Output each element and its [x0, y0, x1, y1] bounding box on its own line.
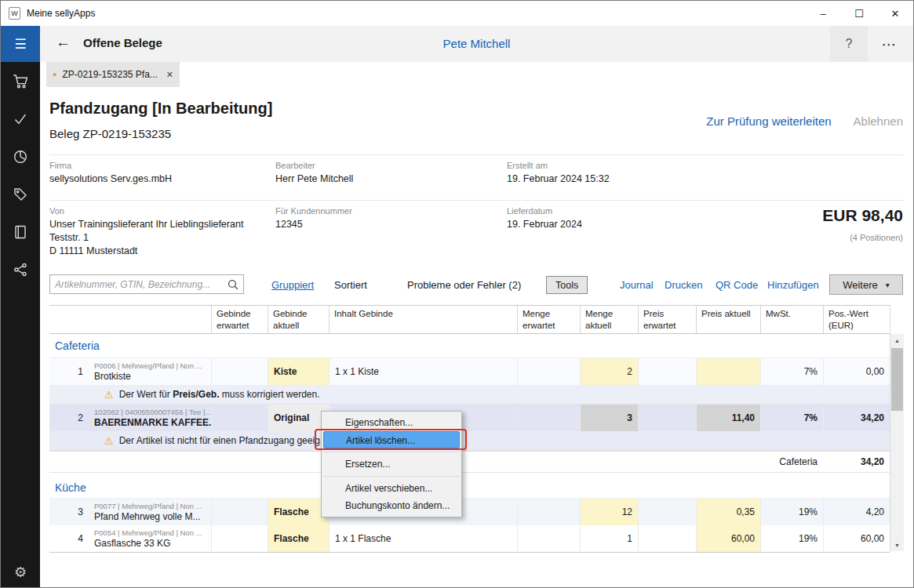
gebinde-aktuell-cell[interactable]: Flasche — [268, 525, 329, 552]
group-header-kueche: Küche — [49, 477, 890, 499]
tab-label: ZP-0219-153235 Pfa... — [62, 69, 160, 80]
scroll-down-icon[interactable]: ▼ — [890, 539, 904, 551]
back-button[interactable]: ← — [56, 34, 71, 51]
reject-link[interactable]: Ablehnen — [854, 114, 903, 128]
document-tab[interactable]: ● ZP-0219-153235 Pfa... ✕ — [46, 62, 180, 87]
share-icon[interactable] — [1, 261, 40, 278]
field-bearbeiter-value: Herr Pete Mitchell — [275, 173, 353, 184]
gebinde-aktuell-cell[interactable]: Flasche — [268, 499, 329, 525]
tab-close-icon[interactable]: ✕ — [166, 70, 173, 80]
field-firma-value: sellysolutions Serv.ges.mbH — [49, 173, 172, 184]
page-header: ← Offene Belege Pete Mitchell ? ⋯ — [40, 26, 913, 62]
gebinde-aktuell-cell: Original — [268, 405, 329, 431]
warning-text: Der Artikel ist nicht für einen Pfandzug… — [119, 435, 328, 446]
gebinde-erwartet-cell — [211, 405, 268, 431]
article-cell: 102082 | 04005500007456 | Tee |... BAERE… — [89, 405, 211, 431]
menu-item-artikel-loeschen[interactable]: Artikel löschen... — [323, 431, 460, 448]
menge-aktuell-cell[interactable]: 1 — [580, 525, 638, 552]
header-mwst[interactable]: MwSt. — [760, 306, 823, 333]
warning-icon: ⚠ — [104, 389, 114, 401]
forward-for-review-link[interactable]: Zur Prüfung weiterleiten — [706, 114, 831, 128]
document-title: Pfandzugang [In Bearbeitung] — [49, 100, 272, 118]
tag-icon[interactable] — [1, 186, 40, 202]
menu-item-eigenschaften[interactable]: Eigenschaften... — [322, 414, 461, 431]
tools-button[interactable]: Tools — [546, 276, 588, 294]
menu-item-ersetzen[interactable]: Ersetzen... — [322, 456, 461, 473]
search-icon[interactable] — [228, 279, 239, 290]
field-kundennummer-label: Für Kundennummer — [275, 206, 352, 216]
article-name: Pfand Mehrweg volle M... — [94, 511, 200, 522]
check-icon[interactable] — [1, 111, 40, 127]
header-pos-wert[interactable]: Pos.-Wert (EUR) — [823, 306, 890, 333]
more-actions-dropdown[interactable]: Weitere ▾ — [829, 274, 903, 295]
titlebar: W Meine sellyApps – ☐ ✕ — [1, 1, 913, 26]
more-options-button[interactable]: ⋯ — [871, 26, 907, 62]
tab-bar: ● ZP-0219-153235 Pfa... ✕ — [40, 62, 913, 87]
header-preis-aktuell[interactable]: Preis aktuell — [696, 306, 760, 333]
pos-wert-cell: 34,20 — [823, 405, 890, 431]
header-menge-aktuell[interactable]: Menge aktuell — [580, 306, 638, 333]
menge-aktuell-cell[interactable]: 2 — [580, 358, 638, 385]
menge-erwartet-cell — [517, 358, 580, 385]
pie-chart-icon[interactable] — [1, 148, 40, 165]
scroll-up-icon[interactable]: ▲ — [890, 334, 904, 347]
mwst-cell: 19% — [760, 525, 823, 552]
print-link[interactable]: Drucken — [665, 279, 702, 291]
preis-aktuell-cell[interactable] — [696, 358, 760, 385]
preis-aktuell-cell[interactable]: 60,00 — [696, 525, 760, 552]
divider — [49, 154, 903, 155]
preis-aktuell-cell: 11,40 — [696, 405, 760, 431]
mwst-cell: 7% — [760, 405, 823, 431]
group-name: Küche — [55, 481, 86, 494]
row-number: 1 — [49, 358, 89, 385]
field-von-line1: Unser Trainingslieferant Ihr Lieblingsli… — [49, 219, 243, 230]
header-gebinde-aktuell[interactable]: Gebinde aktuell — [268, 306, 329, 333]
header-article-column — [89, 306, 211, 333]
menu-item-artikel-verschieben[interactable]: Artikel verschieben... — [322, 480, 461, 497]
qr-code-link[interactable]: QR Code — [716, 279, 758, 291]
header-menge-erwartet[interactable]: Menge erwartet — [517, 306, 580, 333]
menu-item-buchungskonto-aendern[interactable]: Buchungskonto ändern... — [322, 497, 461, 514]
table-row-selected[interactable]: 2 102082 | 04005500007456 | Tee |... BAE… — [49, 405, 890, 431]
add-link[interactable]: Hinzufügen — [767, 279, 819, 291]
maximize-button[interactable]: ☐ — [841, 1, 877, 26]
header-preis-erwartet[interactable]: Preis erwartet — [638, 306, 696, 333]
search-input[interactable] — [50, 276, 228, 292]
inhalt-gebinde-cell: 1 x 1 Flasche — [329, 525, 517, 552]
menge-aktuell-cell[interactable]: 12 — [580, 499, 638, 525]
grouped-toggle[interactable]: Gruppiert — [271, 279, 314, 291]
journal-link[interactable]: Journal — [620, 279, 654, 291]
hamburger-menu-button[interactable]: ☰ — [1, 26, 40, 62]
notebook-icon[interactable] — [1, 223, 40, 240]
settings-gear-icon[interactable]: ⚙ — [1, 564, 40, 581]
help-button[interactable]: ? — [830, 26, 868, 62]
table-header-row: Gebinde erwartet Gebinde aktuell Inhalt … — [49, 306, 890, 334]
table-row[interactable]: 3 P0077 | Mehrweg/Pfand | Non ... Pfand … — [49, 499, 890, 525]
header-inhalt-gebinde[interactable]: Inhalt Gebinde — [329, 306, 517, 333]
minimize-button[interactable]: – — [805, 1, 841, 26]
sorted-toggle[interactable]: Sortiert — [334, 279, 367, 291]
article-cell: P0077 | Mehrweg/Pfand | Non ... Pfand Me… — [89, 499, 211, 525]
vertical-scrollbar[interactable]: ▲ ▼ — [890, 334, 904, 551]
warning-row: ⚠ Der Wert für Preis/Geb. muss korrigier… — [49, 385, 890, 405]
article-code: P0006 | Mehrweg/Pfand | Non ... — [94, 361, 202, 370]
row-number: 2 — [49, 405, 89, 431]
gebinde-erwartet-cell — [211, 358, 268, 385]
close-button[interactable]: ✕ — [877, 1, 913, 26]
article-cell: P0006 | Mehrweg/Pfand | Non ... Brotkist… — [89, 358, 211, 385]
table-row[interactable]: 4 P0054 | Mehrweg/Pfand | Non ... Gasfla… — [49, 525, 890, 552]
preis-aktuell-cell[interactable]: 0,35 — [696, 499, 760, 525]
group-subtotal-row: Cafeteria 34,20 — [49, 451, 890, 473]
divider — [49, 200, 903, 201]
context-menu: Eigenschaften... Artikel löschen... Erse… — [321, 411, 462, 517]
scrollbar-thumb[interactable] — [891, 348, 903, 411]
field-von-line2: Teststr. 1 — [49, 232, 89, 243]
menge-aktuell-cell: 3 — [580, 405, 638, 431]
table-row[interactable]: 1 P0006 | Mehrweg/Pfand | Non ... Brotki… — [49, 358, 890, 385]
pos-wert-cell: 4,20 — [823, 499, 890, 525]
gebinde-aktuell-cell[interactable]: Kiste — [268, 358, 329, 385]
cart-icon[interactable] — [1, 73, 40, 89]
pos-wert-cell: 0,00 — [823, 358, 890, 385]
problems-filter[interactable]: Probleme oder Fehler (2) — [407, 279, 521, 291]
header-gebinde-erwartet[interactable]: Gebinde erwartet — [211, 306, 268, 333]
